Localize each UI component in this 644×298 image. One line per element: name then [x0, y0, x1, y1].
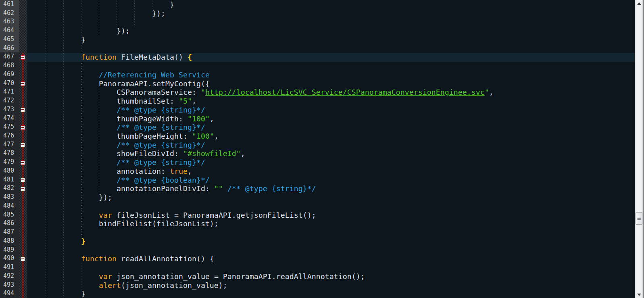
code-token: PanoramaAPI.setMyConfig({ — [28, 79, 210, 88]
code-token: /** @type {string}*/ — [117, 106, 205, 114]
line-number: 469 — [0, 70, 19, 79]
track-changes-bar — [23, 53, 23, 298]
code-token: { — [188, 53, 192, 61]
line-number: 475 — [0, 123, 19, 131]
code-line: showFileDivId: "#showfileId", — [27, 149, 635, 158]
code-token: "5" — [179, 97, 192, 105]
code-token: }); — [28, 193, 112, 202]
code-token: annotation: — [28, 167, 170, 175]
code-line — [27, 246, 635, 255]
code-token — [28, 211, 99, 219]
code-token: "#showfileId" — [183, 149, 241, 158]
code-token: } — [28, 290, 85, 298]
code-line — [27, 263, 635, 272]
code-token: function — [81, 53, 117, 61]
code-token: var — [99, 211, 112, 219]
scroll-down-button[interactable] — [635, 291, 643, 298]
vertical-scrollbar[interactable] — [635, 0, 644, 298]
code-token — [223, 184, 227, 193]
outline-collapse-marker[interactable] — [21, 108, 25, 112]
line-number: 489 — [0, 246, 19, 254]
code-line: var fileJsonList = PanoramaAPI.getjsonFi… — [27, 211, 635, 220]
code-line: function readAllAnnotation() { — [27, 254, 635, 263]
code-token: , — [210, 115, 214, 123]
triangle-down-icon — [637, 294, 641, 296]
line-number: 479 — [0, 158, 19, 167]
code-token: , — [214, 132, 219, 140]
scrollbar-grip-icon — [637, 217, 641, 220]
triangle-up-icon — [637, 2, 641, 5]
code-token: " — [485, 88, 489, 96]
code-line — [27, 44, 635, 53]
outline-collapse-marker[interactable] — [21, 160, 25, 165]
outline-collapse-marker[interactable] — [21, 81, 25, 86]
code-token: }); — [28, 27, 130, 35]
outline-collapse-marker[interactable] — [21, 143, 25, 147]
line-number: 493 — [0, 281, 19, 290]
outline-collapse-marker[interactable] — [21, 257, 25, 261]
code-token — [28, 281, 99, 290]
code-line — [27, 202, 635, 211]
code-area[interactable]: } }); }); } function FileMetaData() { //… — [27, 0, 635, 298]
code-line: } — [27, 0, 635, 9]
line-number: 490 — [0, 254, 19, 263]
line-number: 472 — [0, 96, 19, 105]
code-token: FileMetaData() — [117, 53, 188, 61]
line-number: 474 — [0, 114, 19, 123]
code-token — [28, 106, 117, 114]
code-line: /** @type {string}*/ — [27, 106, 635, 115]
line-number: 478 — [0, 149, 19, 158]
outline-collapse-marker[interactable] — [21, 125, 25, 130]
code-line: } — [27, 290, 635, 298]
code-token: } — [28, 0, 174, 9]
code-token: http://localhost/LicSVC_Service/CSPanora… — [205, 88, 485, 96]
code-token — [28, 254, 81, 263]
code-token: /** @type {string}*/ — [117, 123, 205, 131]
code-line — [27, 62, 635, 71]
code-line: } — [27, 237, 635, 246]
outline-collapse-marker[interactable] — [21, 178, 25, 182]
line-number: 492 — [0, 272, 19, 281]
code-line: /** @type {string}*/ — [27, 158, 635, 167]
line-number: 464 — [0, 26, 19, 35]
code-line: }); — [27, 193, 635, 202]
line-number: 485 — [0, 210, 19, 219]
code-line: bindFilelist(fileJsonList); — [27, 219, 635, 228]
code-token — [28, 272, 99, 281]
code-token: var — [99, 272, 112, 281]
line-number: 488 — [0, 237, 19, 246]
line-number: 477 — [0, 140, 19, 149]
code-line: function FileMetaData() { — [27, 53, 635, 62]
code-token: "100" — [188, 115, 210, 123]
line-number: 483 — [0, 193, 19, 202]
outline-collapse-marker[interactable] — [21, 55, 25, 60]
line-number: 466 — [0, 44, 19, 53]
outline-collapse-marker[interactable] — [21, 187, 25, 191]
code-token — [28, 141, 117, 149]
scroll-up-button[interactable] — [635, 0, 643, 7]
code-line: annotation: true, — [27, 167, 635, 176]
line-number: 482 — [0, 184, 19, 193]
code-token: fileJsonList = PanoramaAPI.getjsonFileLi… — [112, 211, 316, 219]
line-number: 465 — [0, 35, 19, 44]
line-number: 486 — [0, 219, 19, 228]
line-number: 467 — [0, 52, 19, 61]
code-line: PanoramaAPI.setMyConfig({ — [27, 79, 635, 88]
code-line: }); — [27, 27, 635, 35]
line-number: 494 — [0, 289, 19, 298]
line-number: 473 — [0, 105, 19, 114]
code-token — [28, 53, 81, 61]
line-number: 491 — [0, 263, 19, 272]
code-token: thumbnailSet: — [28, 97, 179, 105]
code-token: "" — [214, 184, 223, 193]
code-token: alert — [99, 281, 121, 290]
code-line: alert(json_annotation_value); — [27, 281, 635, 290]
code-token: bindFilelist(fileJsonList); — [28, 219, 219, 228]
code-token: thumbPageHeight: — [28, 132, 192, 140]
code-line: /** @type {string}*/ — [27, 123, 635, 132]
line-number: 463 — [0, 17, 19, 26]
code-token: annotationPanelDivId: — [28, 184, 214, 193]
scrollbar-thumb[interactable] — [636, 212, 642, 225]
code-token: //Referencing Web Service — [99, 71, 210, 79]
code-token: " — [201, 88, 205, 96]
